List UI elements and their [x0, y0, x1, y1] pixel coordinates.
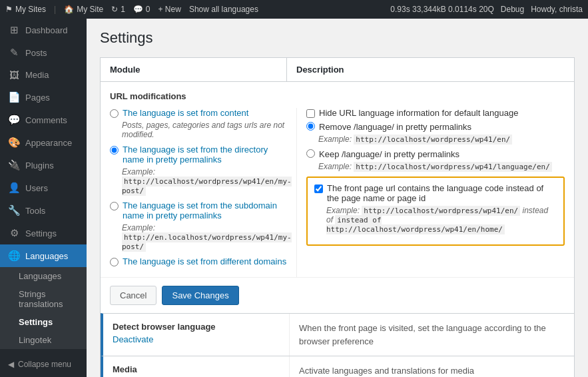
radio-keep-language[interactable] [306, 149, 315, 158]
save-changes-button[interactable]: Save Changes [162, 286, 238, 305]
sidebar-item-appearance[interactable]: 🎨 Appearance [0, 131, 87, 154]
pages-icon: 📄 [8, 91, 20, 103]
checkbox-remove-language[interactable]: Remove /language/ in pretty permalinks [306, 122, 565, 132]
url-options-grid: The language is set from content Posts, … [110, 108, 565, 277]
dashboard-icon: ⊞ [8, 24, 20, 36]
module-detect-deactivate[interactable]: Deactivate [113, 334, 153, 344]
my-site-menu[interactable]: 🏠 My Site [64, 5, 103, 14]
comments-menu[interactable]: 💬 0 [133, 5, 150, 14]
checkbox-front-page-input[interactable] [314, 185, 323, 193]
module-detect-desc: When the front page is visited, set the … [299, 323, 546, 346]
comments-nav-icon: 💬 [8, 114, 20, 126]
url-options-right: Hide URL language information for defaul… [296, 108, 565, 277]
admin-bar-right: 0.93s 33,344kB 0.0114s 20Q Debug Howdy, … [390, 5, 583, 14]
users-icon: 👤 [8, 182, 20, 194]
my-sites-menu[interactable]: ⚑ My Sites [5, 5, 46, 14]
module-row-media: Media Deactivate Activate languages and … [101, 356, 574, 377]
page-title: Settings [100, 29, 575, 47]
table-header: Module Description [101, 58, 574, 82]
radio-option-domains[interactable]: The language is set from different domai… [110, 256, 287, 266]
radio-from-directory-label: The language is set from the directory n… [123, 145, 287, 165]
radio-from-subdomain-label: The language is set from the subdomain n… [123, 200, 287, 220]
module-media-left: Media Deactivate [103, 356, 290, 377]
sidebar-item-pages[interactable]: 📄 Pages [0, 86, 87, 109]
sidebar-menu: ⊞ Dashboard ✎ Posts 🖼 Media 📄 Pages 💬 Co… [0, 19, 87, 267]
checkbox-front-page-label: The front page url contains the language… [327, 183, 557, 203]
media-icon: 🖼 [8, 69, 20, 81]
collapse-menu-button[interactable]: ◀ Collapse menu [0, 354, 87, 374]
checkbox-hide-url-input[interactable] [306, 109, 315, 118]
right-option3-example: Example: http://localhost/wordpress/wp41… [318, 162, 565, 171]
submenu-strings-translations[interactable]: Strings translations [0, 285, 87, 313]
appearance-icon: 🎨 [8, 137, 20, 149]
radio-option-content[interactable]: The language is set from content [110, 108, 287, 118]
radio-option-directory[interactable]: The language is set from the directory n… [110, 145, 287, 165]
wp-layout: ⊞ Dashboard ✎ Posts 🖼 Media 📄 Pages 💬 Co… [0, 19, 588, 377]
perf-stats: 0.93s 33,344kB 0.0114s 20Q [390, 5, 494, 14]
url-options-left: The language is set from content Posts, … [110, 108, 296, 277]
url-modifications-section: URL modifications The language is set fr… [101, 82, 574, 277]
sidebar-item-comments[interactable]: 💬 Comments [0, 109, 87, 131]
radio-option-subdomain[interactable]: The language is set from the subdomain n… [110, 200, 287, 220]
module-detect-right: When the front page is visited, set the … [290, 314, 574, 356]
debug-menu[interactable]: Debug [501, 5, 524, 14]
front-page-example: Example: http://localhost/wordpress/wp41… [326, 206, 557, 234]
submenu-settings[interactable]: Settings [0, 313, 87, 331]
updates-icon: ↻ [111, 5, 118, 14]
module-row-detect: Detect browser language Deactivate When … [101, 313, 574, 356]
sidebar-item-dashboard[interactable]: ⊞ Dashboard [0, 19, 87, 41]
checkbox-front-page-url[interactable]: The front page url contains the language… [314, 183, 557, 203]
section-title-url: URL modifications [110, 91, 565, 101]
tools-icon: 🔧 [8, 204, 20, 216]
sidebar-item-languages[interactable]: 🌐 Languages [0, 244, 87, 267]
module-row-detect-inner: Detect browser language Deactivate When … [103, 314, 574, 356]
radio-remove-language[interactable] [306, 122, 315, 131]
col-description-header: Description [287, 58, 574, 81]
module-media-right: Activate languages and translations for … [290, 356, 574, 377]
user-menu[interactable]: Howdy, christa [531, 5, 583, 14]
main-content: Settings Module Description URL modifica… [87, 19, 588, 377]
module-detect-name: Detect browser language [113, 322, 280, 332]
sidebar-item-posts[interactable]: ✎ Posts [0, 41, 87, 64]
module-media-name: Media [113, 364, 280, 374]
checkbox-hide-url[interactable]: Hide URL language information for defaul… [306, 108, 565, 118]
radio-from-subdomain[interactable] [110, 202, 119, 210]
radio-keep-language-label: Keep /language/ in pretty permalinks [319, 149, 459, 159]
checkbox-keep-language[interactable]: Keep /language/ in pretty permalinks [306, 149, 565, 159]
radio-from-directory[interactable] [110, 146, 119, 155]
sidebar-item-settings[interactable]: ⚙ Settings [0, 222, 87, 244]
updates-menu[interactable]: ↻ 1 [111, 5, 125, 14]
show-all-languages[interactable]: Show all languages [189, 5, 258, 14]
posts-icon: ✎ [8, 47, 20, 59]
action-buttons-row: Cancel Save Changes [101, 277, 574, 313]
submenu-languages[interactable]: Languages [0, 267, 87, 285]
languages-submenu: Languages Strings translations Settings … [0, 267, 87, 349]
radio-from-content-label: The language is set from content [123, 108, 248, 118]
plugins-icon: 🔌 [8, 159, 20, 171]
sidebar-item-plugins[interactable]: 🔌 Plugins [0, 154, 87, 177]
radio-from-content[interactable] [110, 109, 119, 118]
cancel-button[interactable]: Cancel [110, 286, 156, 305]
new-content-menu[interactable]: + New [158, 5, 181, 14]
settings-box: Module Description URL modifications The… [100, 57, 575, 377]
right-option2-example: Example: http://localhost/wordpress/wp41… [318, 135, 565, 144]
radio-from-domains-label: The language is set from different domai… [123, 256, 286, 266]
checkbox-hide-url-label: Hide URL language information for defaul… [319, 108, 518, 118]
languages-icon: 🌐 [8, 250, 20, 262]
sidebar-item-media[interactable]: 🖼 Media [0, 64, 87, 86]
home-icon: 🏠 [64, 5, 74, 14]
settings-icon: ⚙ [8, 227, 20, 239]
comments-icon: 💬 [133, 5, 143, 14]
radio-remove-language-label: Remove /language/ in pretty permalinks [319, 122, 471, 132]
option3-example: Example: http://en.localhost/wordpress/w… [122, 223, 287, 251]
highlight-front-page-box: The front page url contains the language… [306, 177, 565, 246]
collapse-icon: ◀ [8, 360, 14, 369]
option2-example: Example: http://localhost/wordpress/wp41… [122, 167, 287, 195]
submenu-lingotek[interactable]: Lingotek [0, 331, 87, 349]
sidebar-item-users[interactable]: 👤 Users [0, 177, 87, 199]
sidebar-item-tools[interactable]: 🔧 Tools [0, 199, 87, 222]
col-module-header: Module [101, 58, 287, 81]
option1-desc: Posts, pages, categories and tags urls a… [122, 121, 287, 139]
module-media-desc: Activate languages and translations for … [299, 366, 474, 376]
radio-from-domains[interactable] [110, 258, 119, 266]
